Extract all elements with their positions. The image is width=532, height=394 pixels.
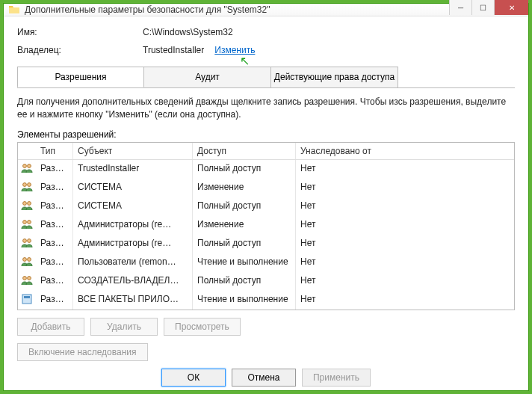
close-button[interactable]: ✕ <box>494 0 528 15</box>
titlebar: Дополнительные параметры безопасности дл… <box>4 4 528 16</box>
tab-effective[interactable]: Действующие права доступа <box>271 67 398 87</box>
row-inherited: Нет <box>296 216 514 235</box>
row-icon-cell <box>18 179 36 197</box>
users-icon <box>21 274 33 286</box>
row-inherited: Нет <box>296 272 514 291</box>
col-icon[interactable] <box>18 143 36 159</box>
row-icon-cell <box>18 160 36 179</box>
col-access[interactable]: Доступ <box>193 143 296 159</box>
apply-button[interactable]: Применить <box>302 369 371 387</box>
svg-point-11 <box>28 257 31 261</box>
table-row[interactable]: Разр…СОЗДАТЕЛЬ-ВЛАДЕЛ…Полный доступНет <box>18 272 514 291</box>
row-icon-cell <box>18 197 36 216</box>
users-icon <box>21 181 33 193</box>
table-row[interactable]: Разр…ВСЕ ПАКЕТЫ ПРИЛО…Чтение и выполнени… <box>18 291 514 310</box>
svg-point-13 <box>28 276 31 280</box>
name-label: Имя: <box>17 27 143 37</box>
row-access: Полный доступ <box>193 197 296 216</box>
users-icon <box>21 256 33 268</box>
svg-point-2 <box>23 182 27 186</box>
col-subject[interactable]: Субъект <box>73 143 193 159</box>
users-icon <box>21 237 33 249</box>
permissions-grid: Тип Субъект Доступ Унаследовано от Разр…… <box>17 142 515 310</box>
dialog-content: Имя: C:\Windows\System32 Владелец: Trust… <box>4 16 528 394</box>
row-type: Разр… <box>36 272 73 291</box>
maximize-button[interactable]: ☐ <box>471 0 494 15</box>
svg-point-7 <box>28 220 31 224</box>
row-access: Полный доступ <box>193 235 296 253</box>
change-owner-link[interactable]: Изменить <box>214 45 255 55</box>
row-access: Чтение и выполнение <box>193 253 296 272</box>
minimize-button[interactable]: ─ <box>449 0 471 15</box>
svg-point-1 <box>28 164 31 167</box>
row-icon-cell <box>18 216 36 235</box>
row-inherited: Нет <box>296 179 514 197</box>
svg-point-4 <box>23 201 27 205</box>
svg-point-0 <box>23 164 27 167</box>
list-label: Элементы разрешений: <box>17 129 515 140</box>
row-access: Полный доступ <box>193 160 296 179</box>
name-value: C:\Windows\System32 <box>143 27 233 37</box>
name-row: Имя: C:\Windows\System32 <box>17 27 515 37</box>
owner-row: Владелец: TrustedInstaller Изменить ↖ <box>17 45 515 55</box>
row-type: Разр… <box>36 253 73 272</box>
tab-audit[interactable]: Аудит <box>144 67 271 87</box>
col-inherited[interactable]: Унаследовано от <box>296 143 514 159</box>
row-inherited: Нет <box>296 253 514 272</box>
row-subject: ВСЕ ПАКЕТЫ ПРИЛО… <box>73 291 193 310</box>
row-type: Разр… <box>36 235 73 253</box>
window-title: Дополнительные параметры безопасности дл… <box>25 4 449 15</box>
row-type: Разр… <box>36 179 73 197</box>
add-button[interactable]: Добавить <box>17 318 84 336</box>
owner-label: Владелец: <box>17 45 143 55</box>
grid-body: Разр…TrustedInstallerПолный доступНетРаз… <box>18 160 514 310</box>
row-type: Разр… <box>36 291 73 310</box>
svg-point-10 <box>23 257 27 261</box>
row-subject: Пользователи (remon… <box>73 253 193 272</box>
cancel-button[interactable]: Отмена <box>232 369 296 387</box>
inherit-row: Включение наследования <box>17 343 515 361</box>
col-type[interactable]: Тип <box>36 143 73 159</box>
dialog-buttons: ОК Отмена Применить <box>17 361 515 388</box>
view-button[interactable]: Просмотреть <box>164 318 241 336</box>
users-icon <box>21 200 33 212</box>
row-access: Изменение <box>193 179 296 197</box>
row-inherited: Нет <box>296 160 514 179</box>
tab-body: Для получения дополнительных сведений дв… <box>17 87 515 388</box>
row-type: Разр… <box>36 160 73 179</box>
row-type: Разр… <box>36 216 73 235</box>
svg-rect-14 <box>22 295 31 304</box>
ok-button[interactable]: ОК <box>161 369 226 387</box>
description-text: Для получения дополнительных сведений дв… <box>17 96 515 122</box>
svg-point-3 <box>28 182 31 186</box>
svg-point-9 <box>28 238 31 242</box>
table-row[interactable]: Разр…Пользователи (remon…Чтение и выполн… <box>18 253 514 272</box>
table-row[interactable]: Разр…СИСТЕМАПолный доступНет <box>18 197 514 216</box>
users-icon <box>21 162 33 174</box>
row-icon-cell <box>18 253 36 272</box>
row-subject: СИСТЕМА <box>73 179 193 197</box>
row-icon-cell <box>18 235 36 253</box>
row-subject: TrustedInstaller <box>73 160 193 179</box>
row-inherited: Нет <box>296 197 514 216</box>
svg-point-12 <box>23 276 27 280</box>
row-subject: СИСТЕМА <box>73 197 193 216</box>
table-row[interactable]: Разр…TrustedInstallerПолный доступНет <box>18 160 514 179</box>
svg-point-8 <box>23 238 27 242</box>
enable-inheritance-button[interactable]: Включение наследования <box>17 343 148 361</box>
tab-permissions[interactable]: Разрешения <box>17 67 144 87</box>
row-actions: Добавить Удалить Просмотреть <box>17 318 515 336</box>
table-row[interactable]: Разр…Администраторы (re…ИзменениеНет <box>18 216 514 235</box>
row-subject: Администраторы (re… <box>73 235 193 253</box>
row-access: Чтение и выполнение <box>193 291 296 310</box>
table-row[interactable]: Разр…Администраторы (re…Полный доступНет <box>18 235 514 253</box>
window-controls: ─ ☐ ✕ <box>449 0 528 15</box>
row-icon-cell <box>18 291 36 310</box>
svg-point-6 <box>23 220 27 224</box>
table-row[interactable]: Разр…СИСТЕМАИзменениеНет <box>18 179 514 197</box>
tab-strip: Разрешения Аудит Действующие права досту… <box>17 67 515 88</box>
remove-button[interactable]: Удалить <box>90 318 158 336</box>
row-inherited: Нет <box>296 291 514 310</box>
grid-header: Тип Субъект Доступ Унаследовано от <box>18 143 514 160</box>
svg-rect-15 <box>24 296 30 298</box>
